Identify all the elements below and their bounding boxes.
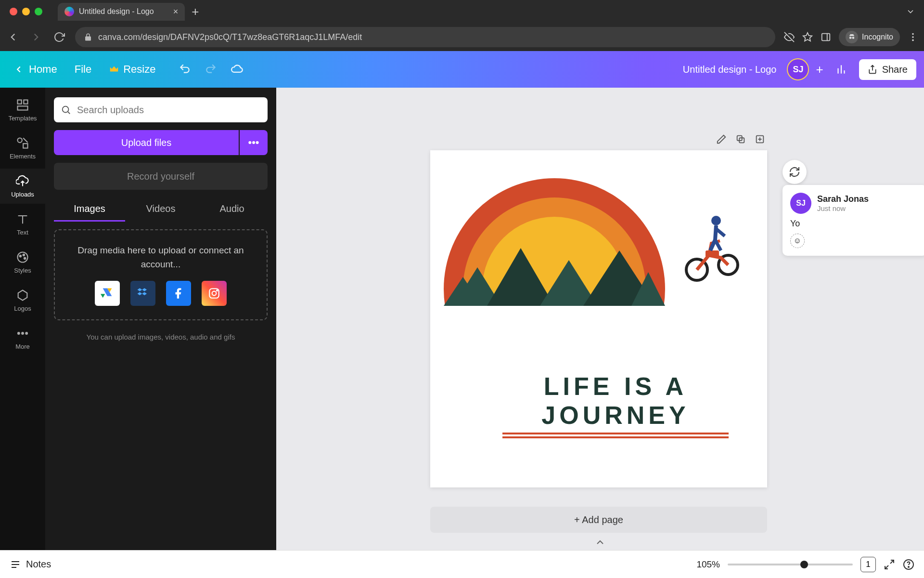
canvas-area[interactable]: LIFE IS A JOURNEY SJ Sarah Jonas Just no… <box>276 88 924 550</box>
eye-off-icon[interactable] <box>784 32 795 42</box>
analytics-button[interactable] <box>835 63 847 76</box>
svg-point-6 <box>912 36 914 38</box>
tab-title: Untitled design - Logo <box>79 7 154 16</box>
svg-point-18 <box>18 252 28 263</box>
bookmark-star-icon[interactable] <box>802 32 813 42</box>
expand-pages-button[interactable] <box>594 537 606 548</box>
address-bar[interactable]: canva.com/design/DAFNV2ps0cQ/T17wz8eaGT6… <box>75 27 775 47</box>
add-collaborator-button[interactable]: + <box>816 62 823 77</box>
file-label: File <box>75 63 91 75</box>
comment-initials: SJ <box>796 199 806 208</box>
upload-drop-zone[interactable]: Drag media here to upload or connect an … <box>54 229 268 320</box>
help-button[interactable] <box>903 559 914 570</box>
motorbike-graphic[interactable] <box>682 202 740 284</box>
connect-instagram[interactable] <box>202 281 227 306</box>
uploads-panel: Upload files ••• Record yourself Images … <box>45 88 276 550</box>
connect-google-drive[interactable] <box>95 281 120 306</box>
incognito-indicator[interactable]: Incognito <box>839 28 900 46</box>
svg-point-46 <box>908 566 909 567</box>
zoom-slider[interactable] <box>728 564 853 565</box>
drop-zone-text: Drag media here to upload or connect an … <box>64 244 257 271</box>
minimize-window-button[interactable] <box>22 8 30 15</box>
rail-templates[interactable]: Templates <box>0 92 45 128</box>
side-panel-icon[interactable] <box>821 32 831 42</box>
duplicate-page-icon[interactable] <box>735 134 746 144</box>
design-page[interactable]: LIFE IS A JOURNEY <box>430 150 767 487</box>
connect-dropbox[interactable] <box>130 281 155 306</box>
rail-label: More <box>15 343 30 350</box>
svg-rect-16 <box>23 144 27 148</box>
svg-marker-0 <box>803 33 812 41</box>
share-icon <box>868 65 877 74</box>
svg-point-20 <box>23 254 25 256</box>
browser-right-icons: Incognito <box>784 28 918 46</box>
file-menu[interactable]: File <box>68 59 98 79</box>
app: Home File Resize Untitled design - Logo … <box>0 51 924 578</box>
incognito-label: Incognito <box>862 33 893 41</box>
headline-text[interactable]: LIFE IS A JOURNEY <box>483 372 748 438</box>
home-button[interactable]: Home <box>8 59 63 79</box>
svg-point-30 <box>217 290 218 291</box>
browser-tab[interactable]: Untitled design - Logo × <box>58 3 185 21</box>
undo-button[interactable] <box>179 63 191 76</box>
new-tab-button[interactable]: + <box>192 4 199 19</box>
rail-text[interactable]: Text <box>0 207 45 242</box>
svg-point-29 <box>212 291 217 296</box>
add-reaction-button[interactable]: ☺ <box>790 234 805 248</box>
notes-button[interactable]: Notes <box>10 559 51 570</box>
zoom-level[interactable]: 105% <box>696 559 720 570</box>
upload-files-button[interactable]: Upload files <box>54 130 239 155</box>
rail-label: Elements <box>10 153 36 160</box>
record-yourself-button[interactable]: Record yourself <box>54 163 268 190</box>
rail-uploads[interactable]: Uploads <box>0 169 45 204</box>
rail-more[interactable]: More <box>0 321 45 356</box>
sunset-graphic[interactable] <box>444 178 665 306</box>
undo-redo-group <box>179 63 244 76</box>
fullscreen-button[interactable] <box>884 559 895 570</box>
resize-button[interactable]: Resize <box>103 59 161 79</box>
rail-elements[interactable]: Elements <box>0 131 45 166</box>
user-avatar[interactable]: SJ <box>787 58 809 80</box>
close-window-button[interactable] <box>10 8 17 15</box>
canva-favicon-icon <box>64 7 74 16</box>
rail-logos[interactable]: Logos <box>0 283 45 318</box>
search-input[interactable] <box>77 105 261 116</box>
add-page-icon[interactable] <box>755 134 765 144</box>
svg-point-4 <box>852 37 855 39</box>
svg-point-21 <box>24 258 26 260</box>
tabs-menu-button[interactable] <box>906 7 915 16</box>
upload-more-button[interactable]: ••• <box>240 130 268 155</box>
search-uploads[interactable] <box>54 97 268 122</box>
svg-rect-1 <box>822 34 830 41</box>
maximize-window-button[interactable] <box>35 8 42 15</box>
tab-audio[interactable]: Audio <box>196 197 268 222</box>
regenerate-button[interactable] <box>783 160 807 184</box>
zoom-thumb[interactable] <box>800 561 808 568</box>
main: Templates Elements Uploads Text Styles L… <box>0 88 924 550</box>
url-text: canva.com/design/DAFNV2ps0cQ/T17wz8eaGT6… <box>98 32 767 42</box>
cloud-sync-icon[interactable] <box>231 63 244 76</box>
share-button[interactable]: Share <box>859 59 916 80</box>
comment-card[interactable]: SJ Sarah Jonas Just now Yo ☺ <box>783 185 924 256</box>
left-rail: Templates Elements Uploads Text Styles L… <box>0 88 45 550</box>
kebab-menu-icon[interactable] <box>908 32 918 42</box>
reload-button[interactable] <box>52 30 66 44</box>
svg-marker-22 <box>18 290 27 301</box>
comment-avatar: SJ <box>790 193 811 214</box>
headline-label: LIFE IS A JOURNEY <box>483 372 748 430</box>
page-count[interactable]: 1 <box>860 557 876 572</box>
redo-button[interactable] <box>205 63 217 76</box>
forward-button[interactable] <box>29 30 43 44</box>
document-title[interactable]: Untitled design - Logo <box>683 64 777 75</box>
back-button[interactable] <box>6 30 20 44</box>
close-tab-button[interactable]: × <box>173 7 179 17</box>
edit-page-icon[interactable] <box>716 134 727 144</box>
svg-point-15 <box>18 138 22 143</box>
tab-videos[interactable]: Videos <box>125 197 196 222</box>
rail-styles[interactable]: Styles <box>0 245 45 280</box>
rail-label: Logos <box>14 305 31 312</box>
connect-facebook[interactable] <box>166 281 191 306</box>
notes-icon <box>10 559 21 570</box>
add-page-button[interactable]: + Add page <box>430 507 767 533</box>
tab-images[interactable]: Images <box>54 197 125 222</box>
